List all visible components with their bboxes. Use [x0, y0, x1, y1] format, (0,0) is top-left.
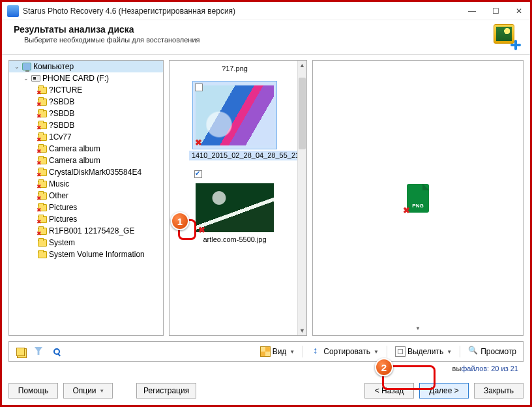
chevron-down-icon: ▼	[288, 349, 295, 355]
close-window-button[interactable]: ✕	[513, 5, 525, 17]
plus-icon	[509, 38, 522, 52]
view-mode-dropdown[interactable]: Вид ▼	[258, 345, 298, 358]
filter-button[interactable]	[31, 344, 46, 359]
preview-pane: PNG ✖ ▼	[312, 60, 524, 336]
status-prefix: вы	[452, 365, 462, 372]
scroll-thumb[interactable]	[299, 78, 306, 149]
grid-content: ?17.png ✖ 1410_2015_02_28_04_28_55_217.p…	[170, 61, 306, 335]
tree-item[interactable]: Pictures	[9, 202, 163, 213]
tree-item-label: Camera album	[49, 144, 100, 153]
tree-item[interactable]: Camera album	[9, 143, 163, 155]
folder-icon	[38, 251, 47, 258]
grid-scrollbar[interactable]: ▲ ▼	[297, 61, 306, 335]
thumbnail-checkbox[interactable]	[195, 83, 203, 91]
chevron-down-icon: ▼	[372, 349, 379, 355]
help-button[interactable]: Помощь	[8, 383, 58, 399]
tree-item[interactable]: ?SBDB	[9, 119, 163, 131]
tree-item[interactable]: R1FB001 12175428_GE	[9, 225, 163, 237]
tree-item-label: ?ICTURE	[49, 85, 82, 95]
scroll-up-icon[interactable]: ▲	[298, 61, 306, 70]
image-preview	[196, 183, 274, 232]
preview-button[interactable]: Просмотр	[466, 345, 519, 358]
tree-root-label: Компьютер	[33, 62, 74, 71]
thumbnail-label: artleo.com-5500.jpg	[189, 235, 280, 244]
product-logo	[494, 24, 521, 50]
tree-item[interactable]: System	[9, 237, 163, 249]
folder-icon	[38, 204, 47, 211]
sort-label: Сортировать	[323, 347, 370, 356]
tree-item[interactable]: ?ICTURE	[9, 84, 163, 96]
tree-item[interactable]: ?SBDB	[9, 108, 163, 119]
tree-drive[interactable]: ⌄ PHONE CARD (F:)	[9, 72, 163, 84]
register-button[interactable]: Регистрация	[136, 383, 196, 399]
tree-root[interactable]: ⌄ Компьютер	[9, 61, 163, 72]
tree-item-label: Pictures	[49, 203, 77, 212]
back-button[interactable]: < Назад	[364, 383, 414, 399]
select-icon	[395, 346, 406, 357]
thumbnail-checkbox[interactable]	[194, 170, 202, 178]
thumbnail-image[interactable]: ✖	[192, 181, 277, 234]
drive-icon	[31, 75, 40, 82]
main-panels: ⌄ Компьютер ⌄ PHONE CARD (F:) ?ICTURE?SB…	[8, 60, 524, 336]
tree-item-label: Other	[49, 191, 68, 200]
tree-item-label: CrystalDiskMark035584E4	[49, 168, 141, 177]
tree-item-list: ?ICTURE?SBDB?SBDB?SBDB1Cv77Camera albumC…	[9, 84, 163, 260]
tree-item-label: Pictures	[49, 215, 77, 224]
folder-tree[interactable]: ⌄ Компьютер ⌄ PHONE CARD (F:) ?ICTURE?SB…	[8, 60, 164, 336]
magnifier-icon	[468, 346, 479, 357]
tree-item-label: System Volume Information	[49, 250, 145, 259]
thumbnail-grid[interactable]: ▲ ▼ ?17.png ✖ 1410_2015_02_28_04_2	[169, 60, 307, 336]
maximize-button[interactable]: ☐	[490, 5, 501, 17]
folder-icon	[38, 192, 47, 200]
view-label: Вид	[273, 347, 287, 356]
tree-item-label: ?SBDB	[49, 109, 74, 118]
tree-item[interactable]: Other	[9, 190, 163, 202]
tree-item[interactable]: Pictures	[9, 213, 163, 225]
preview-label: Просмотр	[480, 347, 516, 356]
deleted-badge-icon: ✖	[195, 138, 204, 147]
toolbar: Вид ▼ Сортировать ▼ Выделить ▼	[8, 341, 524, 362]
scroll-down-icon[interactable]: ▼	[298, 326, 306, 335]
thumbnail-item[interactable]: ✖ artleo.com-5500.jpg	[189, 168, 280, 244]
tree-item[interactable]: System Volume Information	[9, 249, 163, 260]
chevron-down-icon[interactable]: ▼	[415, 325, 421, 331]
tree-item[interactable]: ?SBDB	[9, 96, 163, 108]
folder-icon	[38, 239, 47, 247]
deleted-badge-icon: ✖	[198, 225, 207, 234]
computer-icon	[22, 63, 31, 70]
app-window: 1 2 Starus Photo Recovery 4.6 (Незарегис…	[0, 0, 532, 407]
folder-icon	[38, 157, 47, 164]
tree-item[interactable]: Camera album	[9, 155, 163, 166]
select-dropdown[interactable]: Выделить ▼	[392, 345, 454, 358]
next-button[interactable]: Далее >	[419, 383, 469, 399]
thumbnail-image[interactable]: ✖	[192, 81, 277, 149]
select-label: Выделить	[407, 347, 443, 356]
window-controls: — ☐ ✕	[466, 5, 525, 17]
wizard-header: Результаты анализа диска Выберите необхо…	[2, 20, 530, 55]
toolbar-right: Вид ▼ Сортировать ▼ Выделить ▼	[258, 345, 519, 358]
window-title: Starus Photo Recovery 4.6 (Незарегистрир…	[23, 7, 235, 16]
expander-icon[interactable]: ⌄	[22, 75, 29, 82]
folder-icon	[38, 98, 47, 106]
close-button[interactable]: Закрыть	[474, 383, 524, 399]
options-dropdown[interactable]: Опции	[63, 383, 113, 399]
expander-icon[interactable]: ⌄	[13, 63, 20, 70]
copy-results-button[interactable]	[13, 344, 27, 359]
thumbnail-item[interactable]: ?17.png	[189, 63, 280, 73]
thumbnail-item-selected[interactable]: ✖ 1410_2015_02_28_04_28_55_217.png	[189, 81, 280, 160]
folder-icon	[38, 181, 47, 188]
page-subtitle: Выберите необходимые файлы для восстанов…	[14, 36, 518, 44]
tree-item[interactable]: CrystalDiskMark035584E4	[9, 166, 163, 178]
tree-item[interactable]: 1Cv77	[9, 131, 163, 143]
minimize-button[interactable]: —	[466, 5, 478, 17]
folder-icon	[38, 169, 47, 176]
tree-item-label: System	[49, 238, 75, 247]
sort-dropdown[interactable]: Сортировать ▼	[308, 345, 381, 358]
folder-icon	[38, 134, 47, 141]
search-button[interactable]	[50, 344, 64, 359]
status-files-link[interactable]: файлов: 20 из 21	[461, 365, 518, 372]
tree-item[interactable]: Music	[9, 178, 163, 190]
search-icon	[53, 348, 60, 355]
sort-icon	[311, 346, 321, 357]
funnel-icon	[33, 346, 44, 357]
